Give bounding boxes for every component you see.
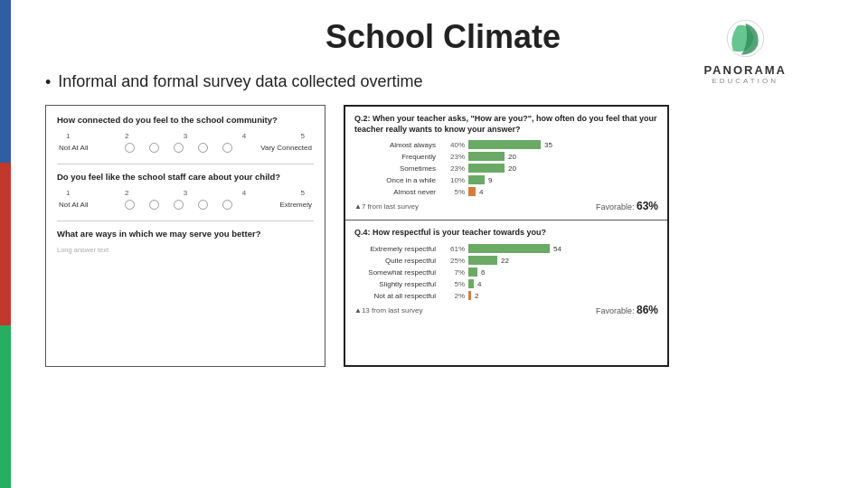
bar-blue bbox=[0, 0, 11, 163]
row-num: 54 bbox=[553, 245, 561, 253]
circle-8[interactable] bbox=[174, 200, 184, 210]
circle-9[interactable] bbox=[198, 200, 208, 210]
survey-circles-2 bbox=[125, 200, 232, 210]
row-label: Extremely respectful bbox=[354, 245, 436, 253]
row-num: 20 bbox=[508, 153, 516, 161]
row-label: Quite respectful bbox=[354, 257, 436, 265]
row-bar bbox=[468, 256, 497, 265]
row-pct: 10% bbox=[439, 176, 465, 184]
table-row: Quite respectful 25% 22 bbox=[354, 256, 658, 265]
survey-q3-hint: Long answer text bbox=[57, 246, 314, 254]
bullet-dot: • bbox=[45, 73, 51, 92]
row-pct: 23% bbox=[439, 164, 465, 173]
circle-4[interactable] bbox=[198, 143, 208, 153]
table-row: Frequently 23% 20 bbox=[354, 152, 658, 161]
row-bar bbox=[468, 187, 476, 196]
bullet-text: Informal and formal survey data collecte… bbox=[58, 72, 422, 91]
data-section-q2: Q.2: When your teacher asks, "How are yo… bbox=[345, 107, 667, 221]
q4-rows: Extremely respectful 61% 54 Quite respec… bbox=[354, 244, 658, 300]
row-bar bbox=[468, 279, 474, 288]
row-label: Almost always bbox=[354, 141, 436, 149]
row-bar bbox=[468, 140, 541, 149]
survey-circles-1 bbox=[125, 143, 232, 153]
data-q2-delta: ▲7 from last survey bbox=[354, 202, 419, 211]
row-bar bbox=[468, 164, 505, 173]
circle-1[interactable] bbox=[125, 143, 135, 153]
survey-q1-label-right: Vary Connected bbox=[258, 144, 312, 152]
circle-10[interactable] bbox=[222, 200, 232, 210]
row-bar-wrap: 9 bbox=[468, 175, 658, 184]
row-label: Slightly respectful bbox=[354, 280, 436, 288]
divider-1 bbox=[57, 164, 314, 164]
table-row: Once in a while 10% 9 bbox=[354, 175, 658, 184]
content-row: How connected do you feel to the school … bbox=[45, 105, 841, 367]
survey-q2: Do you feel like the school staff care a… bbox=[57, 172, 314, 182]
survey-q3: What are ways in which we may serve you … bbox=[57, 229, 314, 239]
bar-green bbox=[0, 325, 11, 488]
row-num: 4 bbox=[479, 188, 483, 196]
data-q4-title: Q.4: How respectful is your teacher towa… bbox=[354, 228, 658, 239]
row-bar-wrap: 2 bbox=[468, 291, 658, 300]
data-section-q4: Q.4: How respectful is your teacher towa… bbox=[345, 221, 667, 324]
survey-q1-label-left: Not At All bbox=[59, 144, 99, 152]
survey-scale-row-2: 1 2 3 4 5 bbox=[57, 189, 314, 197]
row-num: 35 bbox=[544, 141, 552, 149]
q2-rows: Almost always 40% 35 Frequently 23% 20 S… bbox=[354, 140, 658, 196]
data-q2-favorable-pct: 63% bbox=[637, 200, 658, 212]
logo-sub: EDUCATION bbox=[712, 77, 778, 85]
table-row: Not at all respectful 2% 2 bbox=[354, 291, 658, 300]
data-q2-favorable-label: Favorable: 63% bbox=[596, 200, 658, 212]
table-row: Somewhat respectful 7% 6 bbox=[354, 267, 658, 277]
row-bar-wrap: 54 bbox=[468, 244, 658, 253]
data-q4-delta: ▲13 from last survey bbox=[354, 306, 423, 314]
row-pct: 5% bbox=[439, 280, 465, 288]
row-pct: 25% bbox=[439, 257, 465, 265]
data-q2-footer: ▲7 from last survey Favorable: 63% bbox=[354, 200, 658, 212]
row-pct: 7% bbox=[439, 268, 465, 277]
row-pct: 40% bbox=[439, 141, 465, 149]
title-row: School Climate PANORAMA EDUCATION bbox=[45, 18, 841, 56]
row-pct: 61% bbox=[439, 245, 465, 253]
survey-card: How connected do you feel to the school … bbox=[45, 105, 326, 367]
logo-text: PANORAMA bbox=[703, 63, 787, 77]
bar-red bbox=[0, 163, 11, 325]
circle-7[interactable] bbox=[149, 200, 159, 210]
row-num: 4 bbox=[477, 280, 481, 288]
row-pct: 5% bbox=[439, 188, 465, 196]
logo-area: PANORAMA EDUCATION bbox=[703, 14, 787, 85]
data-panel: Q.2: When your teacher asks, "How are yo… bbox=[344, 105, 669, 367]
survey-q2-label-left: Not At All bbox=[59, 201, 99, 209]
row-bar-wrap: 4 bbox=[468, 187, 658, 196]
row-num: 6 bbox=[481, 268, 485, 277]
row-bar bbox=[468, 175, 485, 184]
row-label: Sometimes bbox=[354, 164, 436, 173]
divider-2 bbox=[57, 221, 314, 221]
row-bar-wrap: 35 bbox=[468, 140, 658, 149]
circle-5[interactable] bbox=[222, 143, 232, 153]
survey-scale-row: 1 2 3 4 5 bbox=[57, 132, 314, 140]
data-q4-favorable-pct: 86% bbox=[637, 304, 658, 316]
row-bar-wrap: 4 bbox=[468, 279, 658, 288]
row-label: Once in a while bbox=[354, 176, 436, 184]
row-pct: 23% bbox=[439, 153, 465, 161]
table-row: Extremely respectful 61% 54 bbox=[354, 244, 658, 253]
survey-q2-label-right: Extremely bbox=[258, 201, 312, 209]
row-bar-wrap: 20 bbox=[468, 152, 658, 161]
row-pct: 2% bbox=[439, 292, 465, 300]
data-q2-title: Q.2: When your teacher asks, "How are yo… bbox=[354, 114, 658, 135]
table-row: Slightly respectful 5% 4 bbox=[354, 279, 658, 288]
circle-3[interactable] bbox=[174, 143, 184, 153]
survey-options-row-2: Not At All Extremely bbox=[57, 200, 314, 210]
table-row: Almost always 40% 35 bbox=[354, 140, 658, 149]
circle-6[interactable] bbox=[125, 200, 135, 210]
row-bar-wrap: 20 bbox=[468, 164, 658, 173]
row-num: 9 bbox=[488, 176, 492, 184]
row-label: Frequently bbox=[354, 153, 436, 161]
survey-options-row-1: Not At All Vary Connected bbox=[57, 143, 314, 153]
circle-2[interactable] bbox=[149, 143, 159, 153]
table-row: Almost never 5% 4 bbox=[354, 187, 658, 196]
data-q4-favorable-label: Favorable: 86% bbox=[596, 304, 658, 316]
row-bar bbox=[468, 291, 471, 300]
row-label: Not at all respectful bbox=[354, 292, 436, 300]
row-bar bbox=[468, 267, 477, 277]
